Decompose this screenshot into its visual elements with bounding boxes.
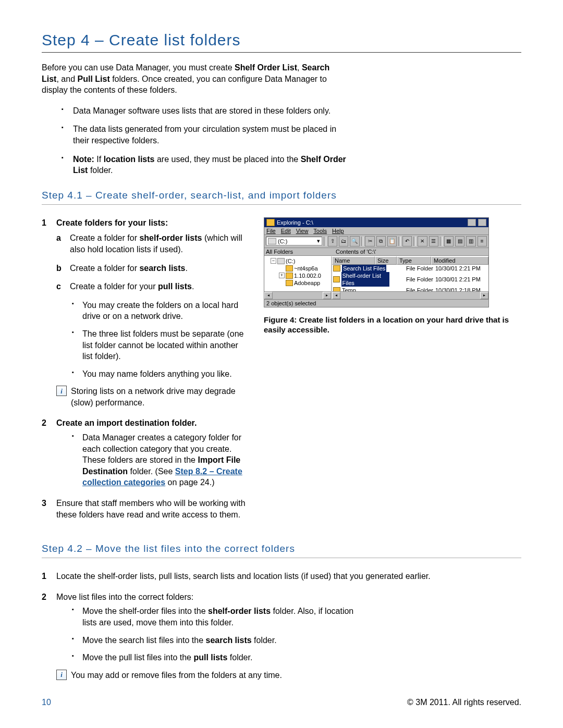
file-list-header: Name Size Type Modified — [332, 256, 488, 265]
minimize-icon — [468, 219, 476, 226]
step-1a: aCreate a folder for shelf-order lists (… — [56, 232, 250, 255]
address-box: (C:)▾ — [266, 237, 322, 245]
tool-icon: 🗂 — [339, 236, 348, 246]
info-icon: i — [56, 386, 67, 396]
sub-bullet: You may name folders anything you like. — [72, 368, 250, 380]
up-icon: ⇧ — [328, 236, 337, 246]
menu-help: Help — [332, 228, 344, 234]
page-number: 10 — [42, 698, 51, 707]
drive-icon — [268, 238, 276, 244]
folder-icon — [266, 219, 275, 226]
info-note: i Storing lists on a network drive may d… — [56, 386, 250, 408]
intro-paragraph: Before you can use Data Manager, you mus… — [42, 62, 334, 96]
explorer-menubar: File Edit View Tools Help — [264, 227, 488, 235]
step4-2-heading: Step 4.2 – Move the list files into the … — [42, 543, 521, 557]
copyright: © 3M 2011. All rights reserved. — [407, 698, 521, 707]
view-icon: ≡ — [478, 236, 487, 246]
maximize-icon — [478, 219, 486, 226]
properties-icon: ☰ — [429, 236, 438, 246]
explorer-window-figure: Exploring - C:\ File Edit View Tools Hel… — [264, 217, 489, 307]
explorer-titlebar: Exploring - C:\ — [264, 218, 488, 227]
divider — [42, 204, 521, 205]
bullet-item: The data lists generated from your circu… — [62, 124, 348, 146]
sub-bullet: You may create the folders on a local ha… — [72, 300, 250, 322]
view-icon: ▤ — [455, 236, 464, 246]
sub-bullet: The three list folders must be separate … — [72, 328, 250, 362]
undo-icon: ↶ — [402, 236, 412, 246]
paste-icon: 📋 — [387, 236, 397, 246]
explorer-toolbar: (C:)▾ ⇧ 🗂 🔍 ✂ ⧉ 📋 ↶ ✕ ☰ ▦ ▤ — [264, 235, 488, 248]
divider — [42, 558, 521, 558]
menu-view: View — [296, 228, 309, 234]
info-icon: i — [56, 670, 67, 680]
folder-tree: − (C:) ~nt4sp6a+ 1.10.002.0 Adobeapp — [264, 256, 331, 291]
right-pane-header: Contents of 'C:\' — [334, 248, 488, 256]
step4-1-heading: Step 4.1 – Create shelf-order, search-li… — [42, 190, 521, 203]
sub-bullet: Move the shelf-order files into the shel… — [72, 606, 364, 628]
info-note: i You may add or remove files from the f… — [56, 670, 521, 681]
page-footer: 10 © 3M 2011. All rights reserved. — [42, 698, 521, 707]
step-1: 1 Create folders for your lists: aCreate… — [42, 217, 250, 409]
menu-tools: Tools — [313, 228, 327, 234]
file-row: Search List FilesFile Folder10/30/01 2:2… — [332, 265, 488, 272]
file-list: Search List FilesFile Folder10/30/01 2:2… — [332, 265, 488, 291]
delete-icon: ✕ — [418, 236, 427, 246]
tree-node: + 1.10.002.0 — [265, 272, 330, 279]
explorer-statusbar: 2 object(s) selected — [264, 299, 488, 307]
menu-edit: Edit — [281, 228, 291, 234]
step-3: 3 Ensure that staff members who will be … — [42, 498, 250, 520]
step4-heading: Step 4 – Create list folders — [42, 31, 521, 53]
tree-node: Adobeapp — [265, 279, 330, 287]
cut-icon: ✂ — [365, 236, 374, 246]
step-42-1: 1Locate the shelf-order lists, pull list… — [42, 571, 521, 582]
figure-caption: Figure 4: Create list folders in a locat… — [264, 315, 521, 335]
step-2: 2 Create an import destination folder. D… — [42, 417, 250, 488]
sub-bullet: Move the search list files into the sear… — [72, 635, 364, 646]
copy-icon: ⧉ — [376, 236, 386, 246]
bullet-item: Note: If location lists are used, they m… — [62, 154, 348, 176]
scroll-right-icon: ▸ — [480, 292, 488, 299]
tree-node: ~nt4sp6a — [265, 265, 330, 272]
tree-node: − (C:) — [265, 257, 330, 265]
bullet-item: Data Manager software uses lists that ar… — [62, 105, 348, 117]
tool-icon: 🔍 — [350, 236, 359, 246]
sub-bullet: Data Manager creates a category folder f… — [72, 432, 250, 488]
left-pane-header: All Folders — [264, 248, 334, 256]
intro-bullets: Data Manager software uses lists that ar… — [62, 105, 348, 176]
sub-bullet: Move the pull list files into the pull l… — [72, 652, 364, 663]
file-row: Shelf-order List FilesFile Folder10/30/0… — [332, 272, 488, 287]
step-1c: cCreate a folder for your pull lists. — [56, 281, 250, 292]
step-1b: bCreate a folder for search lists. — [56, 263, 250, 274]
view-icon: ▥ — [466, 236, 475, 246]
file-row: TempFile Folder10/30/01 2:18 PM — [332, 287, 488, 291]
scroll-right-icon: ▸ — [323, 292, 331, 299]
scroll-left-icon: ◂ — [264, 292, 273, 299]
menu-file: File — [266, 228, 276, 234]
view-icon: ▦ — [444, 236, 454, 246]
window-title: Exploring - C:\ — [277, 219, 313, 226]
step-42-2: 2Move list files into the correct folder… — [42, 591, 521, 681]
scroll-left-icon: ◂ — [332, 292, 340, 299]
